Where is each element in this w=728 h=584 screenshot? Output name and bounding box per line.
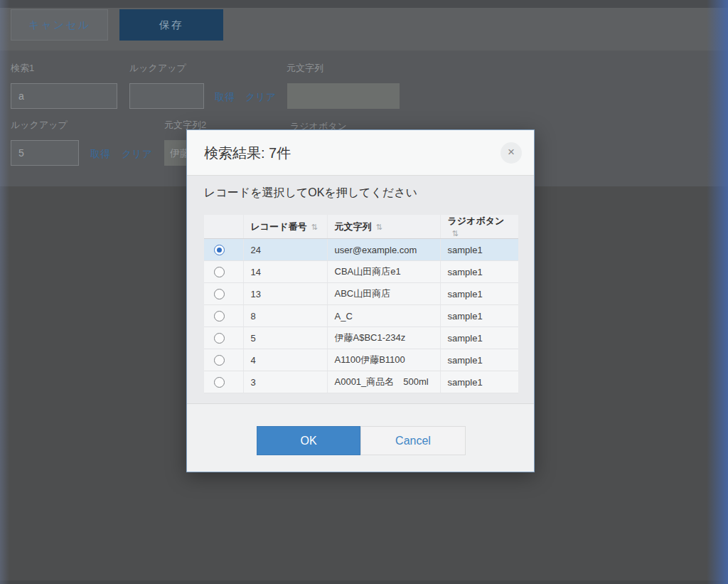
search1-input[interactable]: a: [11, 83, 117, 109]
radio-cell[interactable]: [204, 239, 243, 261]
source1-field-disabled: [287, 83, 400, 109]
table-row[interactable]: 8 A_C sample1: [204, 305, 518, 327]
page-bottom-strip: [0, 580, 728, 584]
record-no-cell: 24: [243, 239, 327, 261]
lookup1-get-link[interactable]: 取得: [215, 91, 235, 104]
table-row[interactable]: 13 ABC山田商店 sample1: [204, 283, 518, 305]
source-text-cell: A1100伊藤B1100: [327, 349, 440, 371]
dialog-cancel-button[interactable]: Cancel: [360, 426, 466, 455]
toolbar-band: [0, 8, 728, 51]
ok-button[interactable]: OK: [257, 426, 360, 455]
table-row[interactable]: 3 A0001_商品名 500ml sample1: [204, 371, 518, 393]
record-no-cell: 8: [243, 305, 327, 327]
record-no-cell: 3: [243, 371, 327, 393]
table-row[interactable]: 24 user@example.com sample1: [204, 239, 518, 261]
radio-cell[interactable]: [204, 371, 243, 393]
source1-label: 元文字列: [287, 62, 323, 75]
results-table: レコード番号⇅ 元文字列⇅ ラジオボタン⇅ 24 user@example.co…: [204, 215, 518, 393]
table-row[interactable]: 5 伊藤A$BC1-234z sample1: [204, 327, 518, 349]
radio-button[interactable]: [214, 311, 225, 322]
form-save-button[interactable]: 保存: [119, 9, 223, 41]
record-no-cell: 13: [243, 283, 327, 305]
lookup1-clear-link[interactable]: クリア: [245, 91, 276, 104]
lookup-results-dialog: 検索結果: 7件 × レコードを選択してOKを押してください レコード番号⇅ 元…: [186, 129, 535, 472]
radio-button[interactable]: [214, 289, 225, 299]
right-edge-tint: [707, 0, 728, 584]
radio-button[interactable]: [214, 267, 225, 277]
radio-value-column-header[interactable]: ラジオボタン⇅: [440, 215, 518, 239]
table-row[interactable]: 4 A1100伊藤B1100 sample1: [204, 349, 518, 371]
search1-label: 検索1: [11, 62, 34, 75]
radio-value-cell: sample1: [440, 261, 518, 283]
record-no-cell: 5: [243, 327, 327, 349]
source-text-cell: ABC山田商店: [327, 283, 440, 305]
screen: キャンセル 保存 検索1 a ルックアップ 取得 クリア 元文字列 ルックアップ…: [0, 0, 728, 584]
dialog-footer: OK Cancel: [187, 403, 534, 472]
lookup1-input[interactable]: [129, 83, 204, 109]
radio-value-cell: sample1: [440, 283, 518, 305]
source-text-cell: A0001_商品名 500ml: [327, 371, 440, 393]
table-header-row: レコード番号⇅ 元文字列⇅ ラジオボタン⇅: [204, 215, 518, 239]
record-no-cell: 14: [243, 261, 327, 283]
radio-value-cell: sample1: [440, 349, 518, 371]
radio-cell[interactable]: [204, 327, 243, 349]
radio-button[interactable]: [214, 245, 225, 255]
dialog-instruction: レコードを選択してOKを押してください: [204, 186, 417, 201]
record-no-column-header[interactable]: レコード番号⇅: [243, 215, 327, 239]
radio-cell[interactable]: [204, 283, 243, 305]
lookup2-get-link[interactable]: 取得: [90, 148, 110, 161]
page-top-strip: [0, 0, 728, 8]
sort-icon[interactable]: ⇅: [311, 223, 317, 231]
radio-value-cell: sample1: [440, 371, 518, 393]
source-text-column-header[interactable]: 元文字列⇅: [327, 215, 440, 239]
lookup2-clear-link[interactable]: クリア: [122, 148, 152, 161]
source-text-cell: 伊藤A$BC1-234z: [327, 327, 440, 349]
record-no-cell: 4: [243, 349, 327, 371]
radio-value-cell: sample1: [440, 305, 518, 327]
source-text-cell: A_C: [327, 305, 440, 327]
left-edge-tint: [0, 0, 9, 584]
table-row[interactable]: 14 CBA山田商店e1 sample1: [204, 261, 518, 283]
close-icon[interactable]: ×: [500, 142, 522, 164]
radio-column-header: [204, 215, 243, 239]
source-text-cell: user@example.com: [327, 239, 440, 261]
radio-cell[interactable]: [204, 349, 243, 371]
results-table-body: 24 user@example.com sample1 14 CBA山田商店e1…: [204, 239, 518, 393]
radio-value-cell: sample1: [440, 239, 518, 261]
lookup2-input[interactable]: 5: [11, 140, 79, 166]
source-text-cell: CBA山田商店e1: [327, 261, 440, 283]
sort-icon[interactable]: ⇅: [452, 229, 459, 238]
dialog-header: 検索結果: 7件 ×: [187, 130, 534, 176]
radio-button[interactable]: [214, 377, 225, 388]
radio-value-cell: sample1: [440, 327, 518, 349]
radio-button[interactable]: [214, 333, 225, 344]
form-cancel-button[interactable]: キャンセル: [11, 9, 108, 41]
lookup2-label: ルックアップ: [11, 119, 68, 132]
radio-cell[interactable]: [204, 261, 243, 283]
dialog-title: 検索結果: 7件: [204, 130, 291, 176]
radio-cell[interactable]: [204, 305, 243, 327]
sort-icon[interactable]: ⇅: [376, 223, 382, 231]
radio-button[interactable]: [214, 355, 225, 366]
lookup1-label: ルックアップ: [129, 62, 186, 75]
